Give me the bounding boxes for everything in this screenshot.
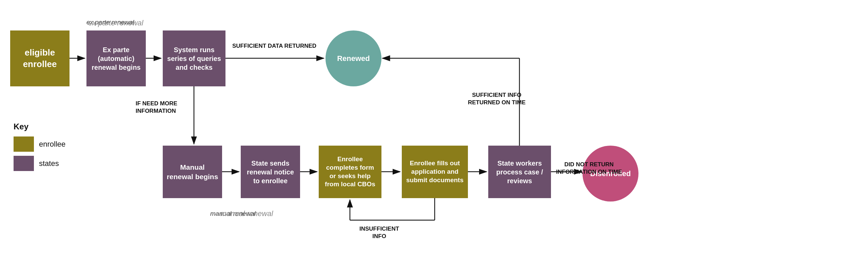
renewed-circle: Renewed — [326, 30, 381, 86]
key-enrollee-label: enrollee — [39, 140, 65, 149]
key-title: Key — [14, 122, 65, 131]
key-enrollee-box — [14, 136, 34, 152]
manual-renewal-text-label: manual renewal — [220, 209, 273, 218]
key-item-states: states — [14, 156, 65, 171]
eligible-enrollee-box: eligible enrollee — [10, 30, 70, 86]
diagram-container: ex parte renewal manual renewal eligible… — [0, 0, 868, 275]
sufficient-info-label: SUFFICIENT INFORETURNED ON TIME — [468, 91, 526, 106]
ex-parte-renewal-box: Ex parte (automatic) renewal begins — [86, 30, 146, 86]
enrollee-fills-box: Enrollee fills out application and submi… — [402, 146, 468, 198]
insufficient-info-label: INSUFFICIENTINFO — [359, 225, 399, 240]
system-queries-box: System runs series of queries and checks — [163, 30, 225, 86]
state-workers-box: State workers process case / reviews — [488, 146, 551, 198]
enrollee-completes-box: Enrollee completes form or seeks help fr… — [319, 146, 381, 198]
key-item-enrollee: enrollee — [14, 136, 65, 152]
did-not-return-label: DID NOT RETURNINFORMATION ON TIME — [556, 161, 622, 176]
sufficient-data-label: SUFFICIENT DATA RETURNED — [232, 42, 316, 50]
if-need-more-label: IF NEED MOREINFORMATION — [136, 100, 177, 115]
manual-renewal-begins-box: Manual renewal begins — [163, 146, 222, 198]
key-states-label: states — [39, 159, 59, 168]
state-sends-notice-box: State sends renewal notice to enrollee — [241, 146, 300, 198]
key-container: Key enrollee states — [14, 122, 65, 175]
key-states-box — [14, 156, 34, 171]
ex-parte-renewal-label: ex parte renewal — [88, 19, 143, 27]
